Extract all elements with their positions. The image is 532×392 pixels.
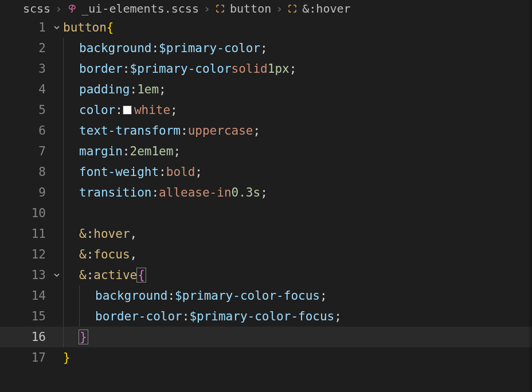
fold-toggle-icon[interactable]	[50, 271, 63, 280]
code-line[interactable]: 10	[0, 203, 532, 224]
code-line[interactable]: 13&:active {	[0, 265, 532, 285]
token-punct: ;	[159, 83, 166, 96]
code-line[interactable]: 11&:hover,	[0, 224, 532, 244]
line-number[interactable]: 5	[0, 103, 50, 117]
token-prop: background	[79, 41, 151, 55]
indent-guides	[63, 265, 79, 285]
breadcrumb-separator: ›	[276, 2, 283, 15]
line-number[interactable]: 15	[0, 309, 50, 323]
code-editor[interactable]: 1button {2background: $primary-color;3bo…	[0, 17, 532, 368]
code-line[interactable]: 9transition: all ease-in 0.3s;	[0, 182, 532, 203]
token-num: 2em	[130, 144, 152, 158]
line-number[interactable]: 10	[0, 206, 50, 220]
token-punct: :	[123, 144, 130, 158]
code-line[interactable]: 4padding: 1em;	[0, 79, 532, 100]
code-line[interactable]: 3border: $primary-color solid 1px;	[0, 58, 532, 79]
code-line[interactable]: 1button {	[0, 17, 532, 38]
token-punct: ;	[195, 165, 202, 179]
token-brace-yellow: {	[107, 21, 114, 34]
token-amp: &	[79, 248, 87, 261]
fold-toggle-icon[interactable]	[50, 23, 63, 32]
token-brace-pink-match: }	[79, 330, 88, 344]
indent-guides	[63, 58, 79, 79]
indent-guides	[63, 79, 79, 100]
line-number[interactable]: 7	[0, 144, 50, 158]
token-punct: :	[182, 309, 190, 323]
line-number[interactable]: 13	[0, 268, 50, 282]
line-number[interactable]: 17	[0, 351, 50, 364]
breadcrumb-item-symbol-current[interactable]: &:hover	[302, 2, 350, 15]
indent-guides	[63, 224, 79, 244]
code-line[interactable]: 6text-transform: uppercase;	[0, 120, 532, 141]
indent-guides	[63, 162, 79, 182]
code-line[interactable]: 16}	[0, 327, 532, 347]
token-var: $primary-color-focus	[175, 289, 320, 303]
code-content[interactable]: }	[63, 351, 71, 364]
breadcrumb-item-symbol[interactable]: button	[230, 2, 271, 15]
token-punct: ;	[170, 103, 178, 117]
token-punct: ;	[260, 186, 268, 199]
indent-guides	[63, 120, 79, 141]
symbol-rule-icon	[215, 3, 225, 14]
line-number[interactable]: 6	[0, 124, 50, 138]
code-content[interactable]: font-weight: bold;	[79, 165, 202, 179]
token-punct: :	[115, 103, 123, 117]
token-punct: :	[159, 165, 166, 179]
line-number[interactable]: 11	[0, 227, 50, 241]
line-number[interactable]: 2	[0, 41, 50, 55]
color-swatch-icon[interactable]	[123, 105, 132, 115]
line-number[interactable]: 3	[0, 62, 50, 76]
code-line[interactable]: 17}	[0, 347, 532, 368]
token-var: $primary-color	[130, 62, 232, 76]
token-punct: ,	[130, 227, 138, 241]
code-line[interactable]: 12&:focus,	[0, 244, 532, 265]
token-prop: transition	[79, 186, 151, 199]
token-prop: padding	[79, 83, 130, 96]
breadcrumb-separator: ›	[204, 2, 210, 15]
code-content[interactable]: &:hover,	[79, 227, 137, 241]
line-number[interactable]: 12	[0, 248, 50, 261]
token-prop: border-color	[95, 309, 182, 323]
line-number[interactable]: 9	[0, 186, 50, 199]
token-punct: :	[87, 248, 94, 261]
indent-guides	[63, 182, 79, 203]
code-line[interactable]: 14background: $primary-color-focus;	[0, 285, 532, 306]
breadcrumb-separator: ›	[55, 2, 62, 15]
line-number[interactable]: 16	[0, 330, 50, 344]
token-prop: background	[95, 289, 167, 303]
line-number[interactable]: 1	[0, 21, 50, 34]
token-punct: :	[87, 268, 94, 282]
symbol-rule-icon	[287, 3, 298, 14]
code-content[interactable]: margin: 2em 1em;	[79, 144, 181, 158]
code-content[interactable]: background: $primary-color-focus;	[95, 289, 327, 303]
code-content[interactable]: border: $primary-color solid 1px;	[79, 62, 296, 76]
code-line[interactable]: 2background: $primary-color;	[0, 38, 532, 58]
code-content[interactable]: }	[79, 330, 88, 344]
token-punct: ;	[320, 289, 327, 303]
line-number[interactable]: 4	[0, 83, 50, 96]
code-content[interactable]: text-transform: uppercase;	[79, 124, 260, 138]
breadcrumb-item-folder[interactable]: scss	[23, 2, 50, 15]
code-content[interactable]: transition: all ease-in 0.3s;	[79, 186, 268, 199]
code-content[interactable]: button {	[63, 21, 114, 34]
code-content[interactable]: color: white;	[79, 103, 178, 117]
indent-guides	[63, 203, 79, 224]
line-number[interactable]: 8	[0, 165, 50, 179]
code-content[interactable]: padding: 1em;	[79, 83, 166, 96]
code-content[interactable]: &:active {	[79, 268, 146, 283]
line-number[interactable]: 14	[0, 289, 50, 303]
code-content[interactable]: &:focus,	[79, 248, 137, 261]
breadcrumb-item-file[interactable]: _ui-elements.scss	[81, 2, 199, 15]
code-content[interactable]: background: $primary-color;	[79, 41, 268, 55]
token-value: white	[134, 103, 170, 117]
indent-guides	[63, 327, 79, 347]
code-content[interactable]: border-color: $primary-color-focus;	[95, 309, 342, 323]
code-line[interactable]: 7margin: 2em 1em;	[0, 141, 532, 162]
code-line[interactable]: 8font-weight: bold;	[0, 162, 532, 182]
code-line[interactable]: 15border-color: $primary-color-focus;	[0, 306, 532, 327]
token-value: solid	[232, 62, 268, 76]
token-num: 0.3s	[232, 186, 261, 199]
token-punct: :	[151, 41, 159, 55]
code-line[interactable]: 5color: white;	[0, 100, 532, 120]
token-pseudo: active	[93, 268, 137, 282]
